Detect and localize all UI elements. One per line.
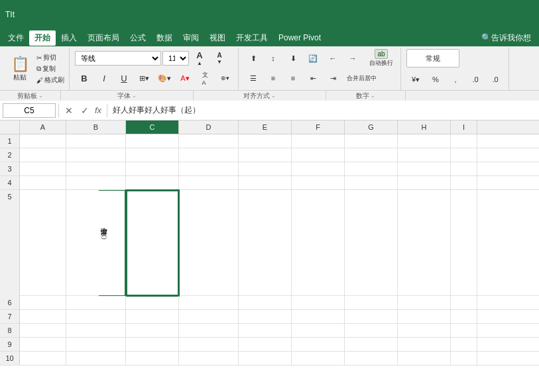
align-right-button[interactable]: ≡ bbox=[284, 69, 302, 87]
align-middle-button[interactable]: ↕ bbox=[264, 49, 282, 68]
cell-b9[interactable] bbox=[66, 338, 126, 351]
underline-button[interactable]: U bbox=[115, 69, 133, 87]
col-header-g[interactable]: G bbox=[345, 121, 398, 134]
cell-c10[interactable] bbox=[126, 352, 179, 365]
cancel-formula-button[interactable]: ✕ bbox=[62, 103, 76, 118]
cell-e9[interactable] bbox=[239, 338, 292, 351]
cell-e3[interactable] bbox=[239, 162, 292, 175]
col-header-b[interactable]: B bbox=[66, 121, 126, 134]
fill-color-button[interactable]: 🎨▾ bbox=[154, 69, 174, 87]
cell-f4[interactable] bbox=[292, 176, 345, 189]
cell-g9[interactable] bbox=[345, 338, 398, 351]
align-expand-icon[interactable]: ⌄ bbox=[271, 93, 276, 99]
cell-h7[interactable] bbox=[398, 310, 451, 323]
font-name-selector[interactable]: 等线 bbox=[75, 51, 161, 66]
cell-e6[interactable] bbox=[239, 296, 292, 309]
cell-a7[interactable] bbox=[20, 310, 66, 323]
cell-a3[interactable] bbox=[20, 162, 66, 175]
cell-g8[interactable] bbox=[345, 324, 398, 337]
cell-b1[interactable] bbox=[66, 134, 126, 148]
cell-c7[interactable] bbox=[126, 310, 179, 323]
search-bar[interactable]: 🔍 告诉我你想 bbox=[476, 31, 536, 45]
cell-h9[interactable] bbox=[398, 338, 451, 351]
cell-reference-input[interactable] bbox=[3, 103, 56, 118]
cell-i4[interactable] bbox=[451, 176, 477, 189]
cell-i3[interactable] bbox=[451, 162, 477, 175]
menu-formula[interactable]: 公式 bbox=[125, 30, 151, 46]
col-header-i[interactable]: I bbox=[451, 121, 477, 134]
cell-c9[interactable] bbox=[126, 338, 179, 351]
cell-e5[interactable] bbox=[239, 190, 292, 296]
align-center-button[interactable]: ≡ bbox=[264, 69, 282, 87]
cell-f9[interactable] bbox=[292, 338, 345, 351]
decrease-font-button[interactable]: A▼ bbox=[210, 49, 229, 68]
cell-b2[interactable] bbox=[66, 148, 126, 162]
cell-b5[interactable]: 事（起） bbox=[66, 190, 126, 296]
cell-d10[interactable] bbox=[179, 352, 239, 365]
col-header-a[interactable]: A bbox=[20, 121, 66, 134]
cell-f6[interactable] bbox=[292, 296, 345, 309]
col-header-c[interactable]: C bbox=[126, 121, 179, 134]
align-bottom-button[interactable]: ⬇ bbox=[284, 49, 302, 68]
cell-a10[interactable] bbox=[20, 352, 66, 365]
italic-button[interactable]: I bbox=[95, 69, 113, 87]
menu-page-layout[interactable]: 页面布局 bbox=[82, 30, 125, 46]
menu-review[interactable]: 审阅 bbox=[178, 30, 204, 46]
cell-e10[interactable] bbox=[239, 352, 292, 365]
col-header-h[interactable]: H bbox=[398, 121, 451, 134]
text-direction-button[interactable]: 🔄 bbox=[304, 49, 322, 68]
cell-b4[interactable] bbox=[66, 176, 126, 189]
increase-decimal-button[interactable]: .0 bbox=[466, 70, 485, 89]
cell-e2[interactable] bbox=[239, 148, 292, 162]
cell-d3[interactable] bbox=[179, 162, 239, 175]
cell-d2[interactable] bbox=[179, 148, 239, 162]
comma-button[interactable]: , bbox=[446, 70, 465, 89]
number-format-selector[interactable]: 常规 bbox=[406, 49, 459, 68]
menu-data[interactable]: 数据 bbox=[151, 30, 178, 46]
cell-f3[interactable] bbox=[292, 162, 345, 175]
cell-g5[interactable] bbox=[345, 190, 398, 296]
cell-f5[interactable] bbox=[292, 190, 345, 296]
decrease-decimal-button[interactable]: .0 bbox=[486, 70, 505, 89]
cell-i2[interactable] bbox=[451, 148, 477, 162]
percent-button[interactable]: % bbox=[426, 70, 445, 89]
cell-b8[interactable] bbox=[66, 324, 126, 337]
menu-home[interactable]: 开始 bbox=[29, 30, 56, 46]
cell-c3[interactable] bbox=[126, 162, 179, 175]
cell-g2[interactable] bbox=[345, 148, 398, 162]
cell-i6[interactable] bbox=[451, 296, 477, 309]
align-left-button[interactable]: ☰ bbox=[244, 69, 263, 87]
copy-button[interactable]: ⧉ 复制 bbox=[34, 64, 66, 74]
cell-b7[interactable] bbox=[66, 310, 126, 323]
number-expand-icon[interactable]: ⌄ bbox=[371, 93, 375, 99]
font-expand-icon[interactable]: ⌄ bbox=[132, 93, 137, 99]
cell-g3[interactable] bbox=[345, 162, 398, 175]
cell-e8[interactable] bbox=[239, 324, 292, 337]
col-header-e[interactable]: E bbox=[239, 121, 292, 134]
font-color-button[interactable]: A▾ bbox=[176, 69, 194, 87]
indent-increase-button[interactable]: → bbox=[343, 49, 362, 68]
cell-h2[interactable] bbox=[398, 148, 451, 162]
paste-button[interactable]: 📋 粘贴 bbox=[5, 49, 34, 89]
cell-e1[interactable] bbox=[239, 134, 292, 148]
cell-h5[interactable] bbox=[398, 190, 451, 296]
increase-indent-button[interactable]: ⇥ bbox=[324, 69, 342, 87]
cell-g1[interactable] bbox=[345, 134, 398, 148]
cell-e7[interactable] bbox=[239, 310, 292, 323]
font-size-selector[interactable]: 11 bbox=[162, 51, 189, 66]
cell-g10[interactable] bbox=[345, 352, 398, 365]
menu-view[interactable]: 视图 bbox=[204, 30, 231, 46]
cell-i8[interactable] bbox=[451, 324, 477, 337]
cell-a5[interactable] bbox=[20, 190, 66, 296]
cell-a1[interactable] bbox=[20, 134, 66, 148]
align-top-button[interactable]: ⬆ bbox=[244, 49, 263, 68]
cell-f10[interactable] bbox=[292, 352, 345, 365]
cell-d1[interactable] bbox=[179, 134, 239, 148]
cell-d7[interactable] bbox=[179, 310, 239, 323]
clipboard-expand-icon[interactable]: ⌄ bbox=[38, 93, 43, 99]
cell-i1[interactable] bbox=[451, 134, 477, 148]
merge-center-button[interactable]: 合并后居中 bbox=[343, 69, 380, 87]
indent-decrease-button[interactable]: ← bbox=[324, 49, 342, 68]
cell-h4[interactable] bbox=[398, 176, 451, 189]
cell-a4[interactable] bbox=[20, 176, 66, 189]
